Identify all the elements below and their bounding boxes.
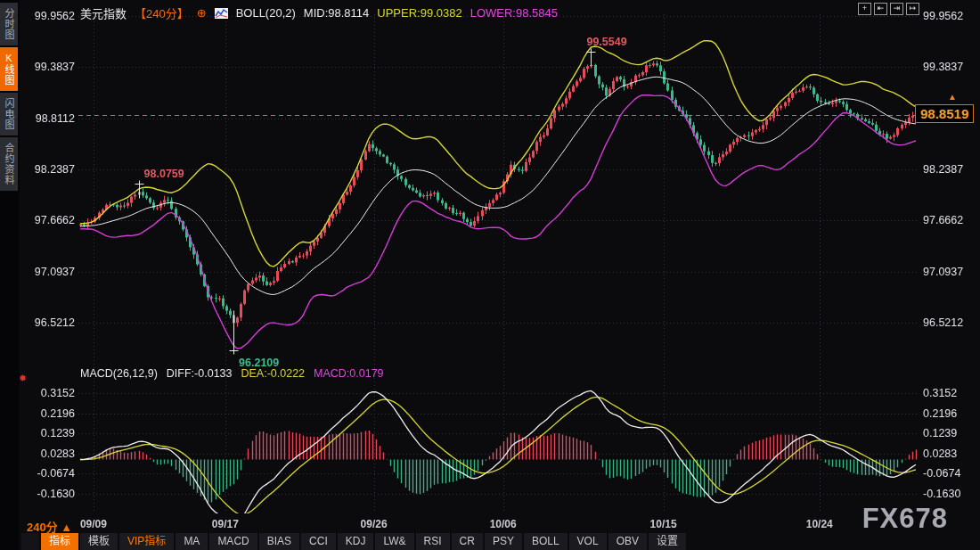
toolbar-item-kdj[interactable]: KDJ bbox=[338, 533, 374, 550]
toolbar-item-psy[interactable]: PSY bbox=[485, 533, 522, 550]
y-axis-tick: 96.5212 bbox=[23, 316, 75, 329]
y-axis-tick: 97.6662 bbox=[923, 214, 963, 226]
y-axis-tick: 97.0937 bbox=[923, 266, 963, 278]
compress-left-icon[interactable]: ⇤ bbox=[874, 3, 887, 15]
chart-controls: + ⇤ ⇥ ↦ bbox=[858, 3, 919, 15]
macd-diff-value: DIFF:-0.0133 bbox=[167, 367, 233, 380]
y-axis-tick: 98.2387 bbox=[23, 163, 75, 176]
macd-axis-tick: -0.0674 bbox=[923, 467, 960, 480]
toolbar-item-boll[interactable]: BOLL bbox=[524, 533, 568, 550]
sidebar-item-contract-info[interactable]: 合约资料 bbox=[0, 137, 18, 191]
x-axis-date: 10/15 bbox=[650, 518, 677, 530]
x-axis-date: 09/09 bbox=[80, 518, 107, 530]
macd-axis-tick: -0.0674 bbox=[23, 467, 75, 480]
toolbar-item-macd[interactable]: MACD bbox=[209, 533, 257, 550]
x-axis-date: 09/26 bbox=[361, 518, 388, 530]
toolbar-item-vol[interactable]: VOL bbox=[569, 533, 607, 550]
macd-axis-tick: 0.0283 bbox=[923, 447, 957, 460]
macd-axis-tick: 0.3152 bbox=[23, 387, 75, 399]
macd-header: MACD(26,12,9) DIFF:-0.0133 DEA:-0.0222 M… bbox=[80, 367, 384, 380]
boll-upper-value: UPPER:99.0382 bbox=[377, 6, 461, 20]
toolbar-item-indicators[interactable]: 指标 bbox=[41, 533, 78, 550]
expand-right-icon[interactable]: ⇥ bbox=[890, 3, 903, 15]
high-price-annotation: 99.5549 bbox=[586, 36, 626, 48]
macd-axis-tick: -0.1630 bbox=[923, 488, 960, 500]
boll-mid-value: MID:98.8114 bbox=[304, 6, 369, 20]
high-price-annotation: 98.0759 bbox=[144, 168, 184, 180]
period-selector-label: 240分 bbox=[27, 521, 58, 534]
y-axis-tick: 99.9562 bbox=[23, 10, 75, 22]
sidebar-item-time-chart[interactable]: 分时图 bbox=[0, 3, 18, 45]
macd-axis-tick: 0.0283 bbox=[23, 447, 75, 460]
macd-macd-value: MACD:0.0179 bbox=[314, 367, 384, 380]
period-label: 【240分】 bbox=[135, 4, 189, 21]
y-axis-tick: 98.2387 bbox=[923, 163, 963, 176]
symbol-name: 美元指数 bbox=[80, 4, 127, 21]
toolbar-item-cr[interactable]: CR bbox=[452, 533, 483, 550]
toolbar-spacer bbox=[21, 533, 39, 550]
x-axis-date: 09/17 bbox=[212, 518, 239, 530]
low-price-annotation: 96.2109 bbox=[239, 357, 279, 369]
add-indicator-icon[interactable]: ⊕ bbox=[197, 6, 207, 20]
toolbar-item-templates[interactable]: 模板 bbox=[80, 533, 118, 550]
chart-canvas[interactable] bbox=[0, 0, 980, 550]
sidebar: 分时图 K线图 闪电图 合约资料 bbox=[0, 0, 20, 550]
boll-indicator-label: BOLL(20,2) bbox=[236, 6, 296, 20]
macd-axis-tick: 0.2196 bbox=[23, 407, 75, 420]
y-axis-tick: 99.3837 bbox=[923, 61, 963, 73]
x-axis-date: 10/24 bbox=[806, 518, 833, 530]
macd-axis-tick: -0.1630 bbox=[23, 488, 75, 500]
macd-axis-tick: 0.3152 bbox=[923, 387, 957, 399]
last-price-tag: 98.8519 bbox=[915, 104, 974, 123]
macd-axis-tick: 0.1239 bbox=[23, 427, 75, 439]
macd-dea-value: DEA:-0.0222 bbox=[241, 367, 305, 380]
price-marker-arrow-icon: ▲ bbox=[948, 92, 957, 102]
boll-lower-value: LOWER:98.5845 bbox=[470, 6, 558, 20]
pan-crosshair-icon[interactable]: + bbox=[858, 3, 871, 15]
x-axis-date: 10/06 bbox=[490, 518, 517, 530]
macd-axis-tick: 0.2196 bbox=[923, 407, 957, 420]
toolbar-item-rsi[interactable]: RSI bbox=[416, 533, 450, 550]
y-axis-tick: 97.0937 bbox=[23, 266, 75, 278]
toolbar-item-obv[interactable]: OBV bbox=[608, 533, 647, 550]
chart-header: 美元指数 【240分】 ⊕ BOLL(20,2) MID:98.8114 UPP… bbox=[80, 4, 558, 21]
y-axis-tick: 96.5212 bbox=[923, 316, 963, 329]
sidebar-item-lightning-chart[interactable]: 闪电图 bbox=[0, 93, 18, 135]
macd-formula: MACD(26,12,9) bbox=[80, 367, 158, 380]
toolbar-item-settings[interactable]: 设置 bbox=[649, 533, 686, 550]
period-selector-arrow-icon: ▲ bbox=[61, 521, 72, 534]
macd-axis-tick: 0.1239 bbox=[923, 427, 957, 439]
y-axis-tick: 98.8112 bbox=[23, 112, 75, 125]
toolbar-item-ma[interactable]: MA bbox=[176, 533, 208, 550]
chart-application-window: 分时图 K线图 闪电图 合约资料 美元指数 【240分】 ⊕ BOLL(20,2… bbox=[0, 0, 980, 550]
chart-thumbnail-icon[interactable] bbox=[215, 8, 228, 19]
alert-icon[interactable]: ✹ bbox=[19, 373, 27, 384]
toolbar-item-vip-indicators[interactable]: VIP指标 bbox=[119, 533, 174, 550]
toolbar-item-cci[interactable]: CCI bbox=[301, 533, 336, 550]
sidebar-item-kline-chart[interactable]: K线图 bbox=[0, 47, 18, 91]
toolbar-item-lw[interactable]: LW& bbox=[375, 533, 413, 550]
pan-right-icon[interactable]: ↦ bbox=[906, 3, 919, 15]
y-axis-tick: 99.3837 bbox=[23, 61, 75, 73]
toolbar-item-bias[interactable]: BIAS bbox=[259, 533, 299, 550]
fx678-watermark: FX678 bbox=[862, 503, 948, 535]
y-axis-tick: 97.6662 bbox=[23, 214, 75, 226]
indicator-toolbar: 指标 模板 VIP指标 MA MACD BIAS CCI KDJ LW& RSI… bbox=[41, 533, 686, 550]
y-axis-tick: 99.9562 bbox=[923, 10, 963, 22]
